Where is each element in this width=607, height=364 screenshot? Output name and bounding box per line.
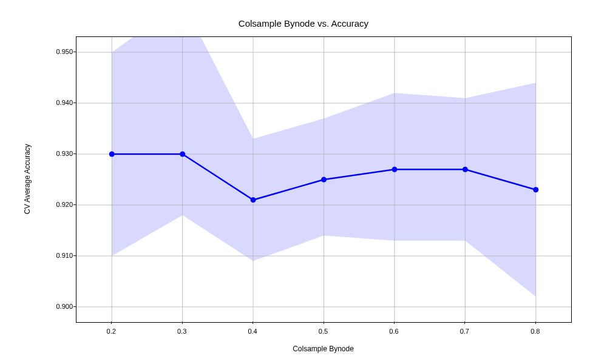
data-point [109,152,115,157]
x-axis-label: Colsample Bynode [76,345,571,353]
confidence-band [112,37,536,297]
x-tick-label: 0.8 [531,328,540,335]
chart-title: Colsample Bynode vs. Accuracy [0,18,607,29]
y-tick-label: 0.940 [56,99,73,106]
x-tick-label: 0.6 [389,328,398,335]
y-tick-label: 0.920 [56,201,73,208]
y-tick-label: 0.910 [56,252,73,259]
data-point [321,177,327,183]
x-tick-label: 0.2 [107,328,116,335]
data-point [533,187,538,192]
y-tick-label: 0.900 [56,303,73,310]
y-tick-label: 0.950 [56,48,73,55]
y-tick-label: 0.930 [56,150,73,157]
chart-container: Colsample Bynode vs. Accuracy CV Average… [0,0,607,364]
data-point [251,197,256,203]
x-tick-label: 0.3 [177,328,186,335]
data-point [180,152,185,157]
y-axis-label: CV Average Accuracy [23,36,32,322]
x-tick-label: 0.7 [460,328,469,335]
x-tick-label: 0.5 [319,328,328,335]
chart-svg [76,37,571,322]
data-point [463,167,468,172]
data-line [112,154,536,200]
data-point [392,167,397,172]
x-tick-label: 0.4 [248,328,257,335]
plot-area [76,36,572,323]
